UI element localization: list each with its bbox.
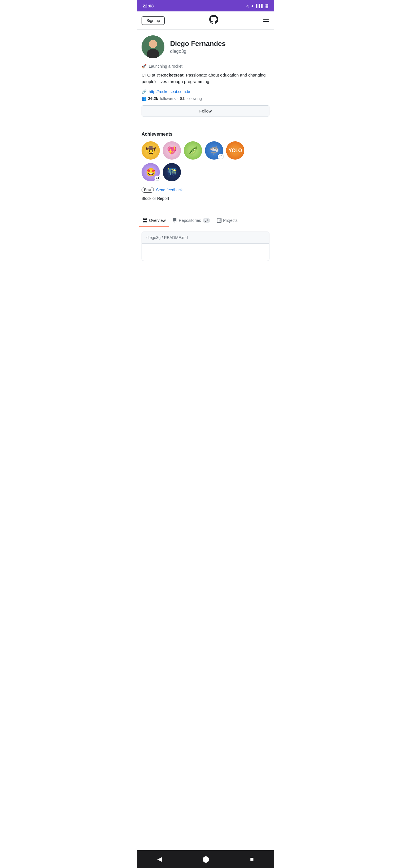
readme-section: diego3g / README.md bbox=[141, 231, 270, 261]
signal-icon: ▌▌▌ bbox=[256, 4, 264, 8]
profile-section: Diego Fernandes diego3g 🚀 Launching a ro… bbox=[137, 30, 274, 122]
badge-star-eyes[interactable]: 🤩 x4 bbox=[141, 163, 160, 181]
arrow-icon: ◁ bbox=[246, 4, 249, 8]
badge-shark-count: x3 bbox=[218, 154, 224, 159]
divider bbox=[137, 127, 274, 127]
wifi-icon: ▲ bbox=[251, 4, 254, 8]
following-count: 82 bbox=[180, 96, 185, 101]
follow-button[interactable]: Follow bbox=[141, 105, 270, 117]
achievements-grid-row2: 🤩 x4 🌃 bbox=[141, 163, 270, 181]
avatar bbox=[141, 35, 164, 58]
profile-website-link[interactable]: 🔗 http://rocketseat.com.br bbox=[141, 89, 270, 94]
badge-shark[interactable]: 🦈 x3 bbox=[205, 141, 223, 160]
profile-info: Diego Fernandes diego3g bbox=[170, 40, 226, 54]
github-logo bbox=[209, 15, 218, 26]
beta-section: Beta Send feedback bbox=[137, 185, 274, 195]
achievements-section: Achievements 🤠 💖 🫛 🦈 x3 YOLO 🤩 x4 🌃 bbox=[137, 132, 274, 181]
profile-bio: CTO at @Rocketseat. Passionate about edu… bbox=[141, 72, 270, 85]
send-feedback-link[interactable]: Send feedback bbox=[156, 188, 183, 192]
readme-content bbox=[142, 244, 269, 261]
block-report-link[interactable]: Block or Report bbox=[141, 196, 169, 201]
profile-display-name: Diego Fernandes bbox=[170, 40, 226, 48]
tab-repositories-label: Repositories bbox=[179, 218, 201, 223]
readme-path: diego3g / README.md bbox=[147, 235, 188, 240]
people-icon: 👥 bbox=[141, 96, 147, 101]
menu-button[interactable] bbox=[262, 16, 270, 25]
profile-username: diego3g bbox=[170, 49, 226, 54]
status-icons: ◁ ▲ ▌▌▌ ▓ bbox=[246, 4, 268, 8]
tab-overview[interactable]: Overview bbox=[139, 215, 169, 227]
badge-star-eyes-count: x4 bbox=[154, 176, 160, 181]
status-text: Launching a rocket bbox=[149, 64, 182, 68]
status-emoji: 🚀 bbox=[141, 64, 147, 68]
beta-tag: Beta bbox=[141, 187, 154, 193]
projects-icon bbox=[217, 218, 221, 223]
status-bar: 22:08 ◁ ▲ ▌▌▌ ▓ bbox=[137, 0, 274, 11]
tab-overview-label: Overview bbox=[149, 218, 165, 223]
overview-icon bbox=[143, 218, 147, 223]
achievements-grid: 🤠 💖 🫛 🦈 x3 YOLO bbox=[141, 141, 270, 160]
separator: · bbox=[177, 96, 179, 101]
badge-heart[interactable]: 💖 bbox=[163, 141, 181, 160]
repositories-icon bbox=[172, 218, 177, 223]
profile-status: 🚀 Launching a rocket bbox=[141, 64, 270, 68]
website-url: http://rocketseat.com.br bbox=[149, 89, 190, 94]
profile-followers: 👥 26.2k followers · 82 following bbox=[141, 96, 270, 101]
profile-header: Diego Fernandes diego3g bbox=[141, 35, 270, 58]
followers-label: followers bbox=[160, 96, 176, 101]
block-report-section: Block or Report bbox=[137, 195, 274, 205]
tab-projects[interactable]: Projects bbox=[214, 215, 241, 227]
tabs-container: Overview Repositories 57 Projects bbox=[137, 215, 274, 227]
status-time: 22:08 bbox=[143, 3, 154, 8]
sign-up-button[interactable]: Sign up bbox=[141, 16, 165, 25]
badge-night[interactable]: 🌃 bbox=[163, 163, 181, 181]
tab-repositories-badge: 57 bbox=[203, 218, 210, 223]
navbar: Sign up bbox=[137, 11, 274, 30]
following-label: following bbox=[186, 96, 202, 101]
battery-icon: ▓ bbox=[266, 4, 268, 8]
badge-yolo[interactable]: YOLO bbox=[226, 141, 244, 160]
svg-point-3 bbox=[149, 40, 157, 48]
badge-cowboy[interactable]: 🤠 bbox=[141, 141, 160, 160]
tab-projects-label: Projects bbox=[223, 218, 238, 223]
tab-repositories[interactable]: Repositories 57 bbox=[169, 215, 213, 227]
divider-2 bbox=[137, 210, 274, 210]
link-icon: 🔗 bbox=[141, 89, 147, 94]
badge-peas[interactable]: 🫛 bbox=[184, 141, 202, 160]
achievements-title: Achievements bbox=[141, 132, 270, 137]
mention-rocketseat: @Rocketseat bbox=[156, 72, 184, 78]
followers-count: 26.2k bbox=[148, 96, 158, 101]
readme-header: diego3g / README.md bbox=[142, 232, 269, 244]
